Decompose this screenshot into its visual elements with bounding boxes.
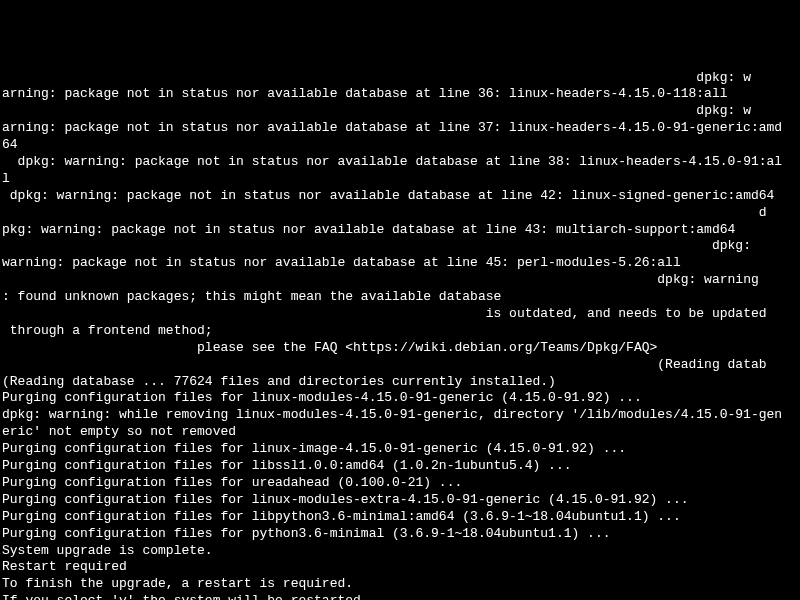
terminal-line: If you select 'y' the system will be res…	[2, 593, 798, 600]
terminal-line: dpkg: warning: package not in status nor…	[2, 154, 798, 171]
terminal-line: d	[2, 205, 798, 222]
terminal-line: arning: package not in status nor availa…	[2, 86, 798, 103]
terminal-line: To finish the upgrade, a restart is requ…	[2, 576, 798, 593]
terminal-line: arning: package not in status nor availa…	[2, 120, 798, 137]
terminal-line: : found unknown packages; this might mea…	[2, 289, 798, 306]
terminal-line: dpkg: w	[2, 70, 798, 87]
terminal-line: Purging configuration files for linux-mo…	[2, 390, 798, 407]
terminal-line: warning: package not in status nor avail…	[2, 255, 798, 272]
terminal-line: System upgrade is complete.	[2, 543, 798, 560]
terminal-line: eric' not empty so not removed	[2, 424, 798, 441]
terminal-line: l	[2, 171, 798, 188]
terminal-line: 64	[2, 137, 798, 154]
terminal-line: Restart required	[2, 559, 798, 576]
terminal-line: Purging configuration files for python3.…	[2, 526, 798, 543]
terminal-line: Purging configuration files for linux-mo…	[2, 492, 798, 509]
terminal-line: dpkg: warning: package not in status nor…	[2, 188, 798, 205]
terminal-line: is outdated, and needs to be updated	[2, 306, 798, 323]
terminal-line: pkg: warning: package not in status nor …	[2, 222, 798, 239]
terminal-line: Purging configuration files for libpytho…	[2, 509, 798, 526]
terminal-line: please see the FAQ <https://wiki.debian.…	[2, 340, 798, 357]
terminal-line: dpkg:	[2, 238, 798, 255]
terminal-line: through a frontend method;	[2, 323, 798, 340]
terminal-line: Purging configuration files for libssl1.…	[2, 458, 798, 475]
terminal-line: dpkg: w	[2, 103, 798, 120]
terminal-line: dpkg: warning: while removing linux-modu…	[2, 407, 798, 424]
terminal-line: Purging configuration files for ureadahe…	[2, 475, 798, 492]
terminal-output[interactable]: dpkg: warning: package not in status nor…	[2, 70, 798, 600]
terminal-line: (Reading datab	[2, 357, 798, 374]
terminal-line: Purging configuration files for linux-im…	[2, 441, 798, 458]
terminal-line: dpkg: warning	[2, 272, 798, 289]
terminal-line: (Reading database ... 77624 files and di…	[2, 374, 798, 391]
